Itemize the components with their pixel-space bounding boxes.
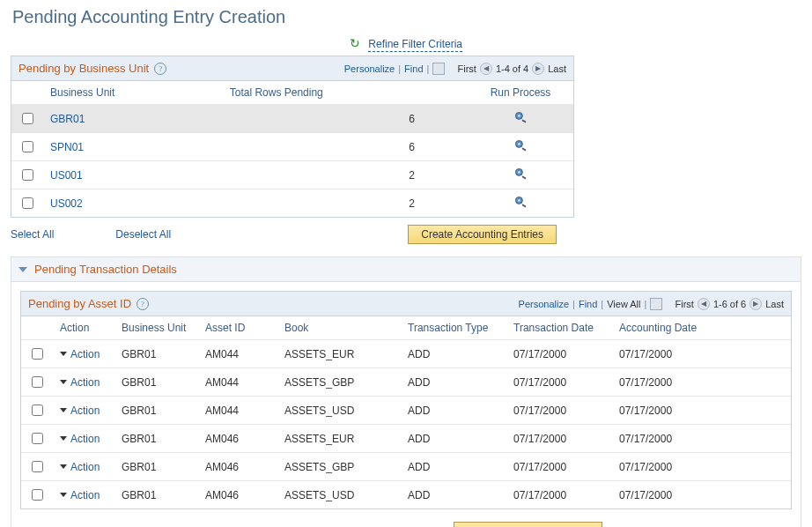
col-business-unit[interactable]: Business Unit: [43, 81, 223, 105]
nav-first[interactable]: First: [458, 63, 476, 74]
action-dropdown[interactable]: Action: [60, 348, 107, 360]
svg-point-3: [518, 143, 520, 145]
row-checkbox[interactable]: [32, 489, 43, 501]
cell-transaction-date: 07/17/2000: [506, 340, 612, 368]
cell-book: ASSETS_GBP: [277, 368, 401, 397]
cell-transaction-date: 07/17/2000: [506, 397, 612, 425]
create-accounting-entries-button[interactable]: Create Accounting Entries: [408, 225, 557, 244]
zoom-grid-icon[interactable]: [650, 298, 662, 310]
table-row: GBR016: [11, 105, 573, 133]
bu-grid-title: Pending by Business Unit: [18, 62, 149, 75]
nav-range: 1-4 of 4: [496, 63, 528, 74]
cell-book: ASSETS_GBP: [277, 453, 401, 481]
table-row: ActionGBR01AM044ASSETS_GBPADD07/17/20000…: [21, 368, 791, 397]
run-process-icon[interactable]: [513, 143, 528, 155]
cell-asset-id: AM046: [198, 425, 277, 453]
cell-transaction-type: ADD: [401, 340, 506, 368]
zoom-grid-icon[interactable]: [432, 63, 445, 75]
separator: |: [398, 63, 401, 74]
personalize-link[interactable]: Personalize: [344, 63, 395, 74]
refresh-icon[interactable]: ↻: [350, 36, 360, 50]
row-checkbox[interactable]: [32, 348, 43, 360]
nav-last[interactable]: Last: [548, 63, 566, 74]
page-title: Pending Accounting Entry Creation: [0, 0, 812, 36]
help-icon[interactable]: ?: [137, 298, 149, 310]
create-accounting-entries-button[interactable]: Create Accounting Entries: [454, 522, 602, 527]
cell-book: ASSETS_EUR: [277, 340, 401, 368]
find-link[interactable]: Find: [404, 63, 423, 74]
cell-asset-id: AM044: [198, 397, 277, 425]
help-icon[interactable]: ?: [154, 63, 166, 75]
cell-business-unit: GBR01: [114, 340, 198, 368]
cell-transaction-date: 07/17/2000: [506, 368, 612, 397]
cell-transaction-date: 07/17/2000: [506, 481, 612, 509]
table-row: US0012: [11, 161, 573, 189]
cell-transaction-date: 07/17/2000: [506, 453, 612, 481]
col-transaction-type[interactable]: Transaction Type: [401, 316, 506, 340]
personalize-link[interactable]: Personalize: [519, 299, 569, 309]
select-all-link[interactable]: Select All: [11, 228, 54, 241]
run-process-icon[interactable]: [513, 199, 528, 212]
action-dropdown[interactable]: Action: [60, 405, 107, 417]
svg-point-1: [518, 115, 520, 116]
refine-filter-link[interactable]: Refine Filter Criteria: [368, 38, 462, 52]
col-accounting-date[interactable]: Accounting Date: [612, 316, 791, 340]
action-dropdown[interactable]: Action: [60, 489, 107, 501]
col-asset-id[interactable]: Asset ID: [198, 316, 277, 340]
cell-book: ASSETS_USD: [277, 481, 401, 509]
col-transaction-date[interactable]: Transaction Date: [506, 316, 612, 340]
view-all-link[interactable]: View All: [607, 299, 640, 309]
col-rows-pending[interactable]: Total Rows Pending: [223, 81, 468, 105]
svg-point-7: [518, 199, 520, 201]
cell-asset-id: AM044: [198, 368, 277, 397]
col-business-unit[interactable]: Business Unit: [114, 316, 198, 340]
asset-grid: Pending by Asset ID ? Personalize | Find…: [20, 291, 792, 509]
next-arrow-icon[interactable]: ▶: [532, 63, 544, 75]
business-unit-link[interactable]: US001: [50, 169, 83, 182]
section-header[interactable]: Pending Transaction Details: [11, 257, 801, 282]
business-unit-link[interactable]: SPN01: [50, 141, 84, 153]
table-row: ActionGBR01AM046ASSETS_USDADD07/17/20000…: [21, 481, 791, 509]
cell-accounting-date: 07/17/2000: [612, 453, 791, 481]
cell-asset-id: AM044: [198, 340, 277, 368]
cell-asset-id: AM046: [198, 481, 277, 509]
run-process-icon[interactable]: [513, 171, 528, 183]
cell-business-unit: GBR01: [114, 397, 198, 425]
row-checkbox[interactable]: [22, 169, 33, 181]
business-unit-link[interactable]: US002: [50, 197, 83, 210]
action-dropdown[interactable]: Action: [60, 461, 107, 473]
cell-asset-id: AM046: [198, 453, 277, 481]
cell-business-unit: GBR01: [114, 368, 198, 397]
cell-accounting-date: 07/17/2000: [612, 340, 791, 368]
col-book[interactable]: Book: [277, 316, 401, 340]
col-run-process[interactable]: Run Process: [468, 81, 573, 105]
deselect-all-link[interactable]: Deselect All: [115, 228, 171, 241]
nav-first[interactable]: First: [675, 299, 694, 309]
pending-count: 6: [223, 105, 468, 133]
pending-count: 2: [223, 161, 468, 189]
row-checkbox[interactable]: [32, 433, 43, 444]
cell-accounting-date: 07/17/2000: [612, 368, 791, 397]
action-dropdown[interactable]: Action: [60, 433, 107, 445]
asset-table: Action Business Unit Asset ID Book Trans…: [21, 316, 791, 508]
dropdown-arrow-icon: [60, 493, 67, 497]
dropdown-arrow-icon: [60, 464, 67, 469]
cell-accounting-date: 07/17/2000: [612, 397, 791, 425]
action-dropdown[interactable]: Action: [60, 376, 107, 389]
row-checkbox[interactable]: [32, 376, 43, 388]
col-action[interactable]: Action: [53, 316, 114, 340]
prev-arrow-icon[interactable]: ◀: [698, 298, 710, 310]
next-arrow-icon[interactable]: ▶: [749, 298, 762, 310]
row-checkbox[interactable]: [22, 197, 33, 209]
prev-arrow-icon[interactable]: ◀: [480, 63, 492, 75]
row-checkbox[interactable]: [32, 461, 43, 472]
find-link[interactable]: Find: [579, 299, 597, 309]
run-process-icon[interactable]: [513, 115, 528, 127]
dropdown-arrow-icon: [60, 408, 67, 412]
row-checkbox[interactable]: [22, 113, 33, 124]
row-checkbox[interactable]: [32, 405, 43, 416]
cell-transaction-type: ADD: [401, 368, 506, 397]
nav-last[interactable]: Last: [765, 299, 784, 309]
business-unit-link[interactable]: GBR01: [50, 113, 85, 125]
row-checkbox[interactable]: [22, 141, 33, 152]
